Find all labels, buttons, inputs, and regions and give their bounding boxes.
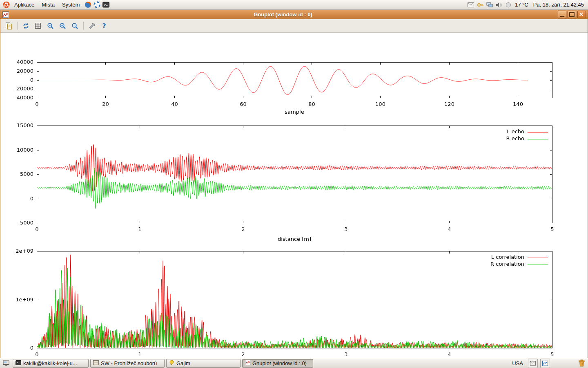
file-manager-icon <box>93 360 99 366</box>
keyring-icon[interactable] <box>476 0 484 9</box>
taskbar-window-label: kaklik@kaklik-kolej-u... <box>23 360 77 366</box>
gajim-icon <box>169 360 174 366</box>
clock-applet[interactable]: Pá, 18. září, 21:42:45 <box>531 2 586 8</box>
firefox-icon[interactable] <box>83 0 92 9</box>
taskbar: kaklik@kaklik-kolej-u... SW - Prohlížeč … <box>0 358 588 368</box>
places-menu[interactable]: Místa <box>38 0 58 9</box>
gnuplot-icon <box>245 360 250 366</box>
titlebar[interactable]: Gnuplot (window id : 0) <box>0 10 588 19</box>
maximize-button[interactable] <box>568 11 576 18</box>
gnuplot-window-icon <box>2 11 9 18</box>
taskbar-right: USA <box>510 359 587 368</box>
toolbar-separator <box>17 22 18 30</box>
show-desktop-button[interactable] <box>1 359 11 368</box>
applications-menu[interactable]: Aplikace <box>11 0 38 9</box>
copy-to-clipboard-button[interactable] <box>3 20 14 31</box>
help-lifebuoy-icon[interactable] <box>92 0 101 9</box>
volume-icon[interactable] <box>495 0 503 9</box>
toolbar-separator <box>83 22 84 30</box>
taskbar-window-gnuplot[interactable]: Gnuplot (window id : 0) <box>242 359 313 368</box>
toggle-grid-button[interactable] <box>32 20 44 31</box>
temperature-applet[interactable]: 17 °C <box>512 2 531 8</box>
window-title: Gnuplot (window id : 0) <box>9 11 557 18</box>
taskbar-window-label: SW - Prohlížeč souborů <box>101 360 157 366</box>
help-button[interactable]: ? <box>98 20 110 31</box>
close-button[interactable] <box>577 11 586 18</box>
terminal-icon <box>16 360 21 366</box>
help-question-glyph: ? <box>102 22 106 30</box>
minimize-button[interactable] <box>558 11 566 18</box>
gnuplot-window: Gnuplot (window id : 0) <box>0 10 588 358</box>
echo-chart[interactable] <box>0 121 588 246</box>
taskbar-window-gajim[interactable]: Gajim <box>166 359 241 368</box>
taskbar-window-label: Gajim <box>176 360 190 366</box>
taskbar-window-file-manager[interactable]: SW - Prohlížeč souborů <box>90 359 165 368</box>
system-menu[interactable]: Systém <box>58 0 83 9</box>
taskbar-window-label: Gnuplot (window id : 0) <box>252 360 307 366</box>
sample-waveform-chart[interactable] <box>0 58 588 120</box>
gnome-panel: Aplikace Místa Systém <box>0 0 588 10</box>
options-wrench-icon[interactable] <box>86 20 98 31</box>
gnuplot-toolbar: ? <box>0 19 588 33</box>
mail-icon[interactable] <box>467 0 475 9</box>
panel-right: 17 °C Pá, 18. září, 21:42:45 <box>466 0 586 9</box>
network-icon[interactable] <box>486 0 494 9</box>
zoom-next-icon[interactable] <box>57 20 68 31</box>
trash-icon[interactable] <box>576 359 587 368</box>
chart-applet[interactable] <box>540 359 550 368</box>
unzoom-icon[interactable] <box>69 20 80 31</box>
zoom-previous-icon[interactable] <box>45 20 56 31</box>
taskbar-window-terminal[interactable]: kaklik@kaklik-kolej-u... <box>13 359 89 368</box>
replot-button[interactable] <box>20 20 31 31</box>
keyboard-layout-indicator[interactable]: USA <box>510 360 526 366</box>
mail-notifier-applet[interactable] <box>528 359 538 368</box>
weather-icon[interactable] <box>504 0 512 9</box>
desktop: Aplikace Místa Systém <box>0 0 588 368</box>
plot-region <box>0 33 588 357</box>
ubuntu-menu-icon[interactable] <box>2 0 11 9</box>
panel-left: Aplikace Místa Systém <box>2 0 110 9</box>
terminal-launcher-icon[interactable] <box>101 0 110 9</box>
correlation-chart[interactable] <box>0 246 588 368</box>
